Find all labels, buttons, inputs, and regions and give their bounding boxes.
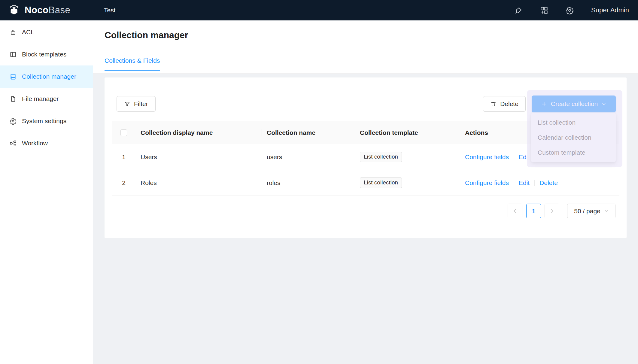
brand-light: Base	[49, 5, 71, 15]
ui-editor-highlighter-icon[interactable]	[515, 6, 523, 14]
cell-actions: Configure fields Edit Delete	[460, 179, 619, 187]
nocobase-logo-icon	[8, 4, 21, 17]
template-tag: List collection	[360, 177, 402, 188]
template-tag: List collection	[360, 152, 402, 162]
database-icon	[10, 73, 17, 80]
pagination-next-button[interactable]	[545, 204, 559, 218]
create-collection-dropdown: List collection Calendar collection Cust…	[531, 113, 616, 162]
column-header-display-name: Collection display name	[136, 129, 262, 136]
select-all-checkbox[interactable]	[120, 129, 127, 136]
configure-fields-link[interactable]: Configure fields	[465, 179, 509, 187]
page-size-value: 50 / page	[574, 208, 600, 215]
file-icon	[10, 96, 17, 102]
sidebar-item-label: Block templates	[22, 51, 66, 58]
sidebar-item-workflow[interactable]: Workflow	[0, 132, 93, 154]
delete-link[interactable]: Delete	[539, 179, 558, 187]
cell-display-name: Users	[136, 153, 262, 161]
sidebar: ACL Block templates Collection manager F…	[0, 20, 93, 364]
layout-icon	[10, 51, 17, 58]
page-size-select[interactable]: 50 / page	[567, 204, 615, 218]
sidebar-item-label: System settings	[22, 117, 66, 125]
delete-button[interactable]: Delete	[483, 96, 526, 112]
action-divider	[514, 154, 514, 160]
sidebar-item-label: ACL	[22, 29, 34, 36]
filter-funnel-icon	[124, 101, 130, 107]
column-header-collection-template: Collection template	[355, 129, 460, 136]
sidebar-item-system-settings[interactable]: System settings	[0, 110, 93, 132]
sidebar-item-collection-manager[interactable]: Collection manager	[0, 65, 93, 88]
workflow-icon	[10, 140, 17, 147]
configure-fields-link[interactable]: Configure fields	[465, 153, 509, 161]
row-index: 2	[112, 179, 136, 187]
gear-icon	[10, 118, 17, 125]
cell-collection-template: List collection	[355, 152, 460, 162]
create-collection-label: Create collection	[551, 100, 598, 108]
plugin-manager-icon[interactable]	[540, 6, 548, 14]
menu-item-custom-template[interactable]: Custom template	[531, 145, 616, 160]
top-navbar: NocoBase Test Super Admin	[0, 0, 638, 20]
edit-link[interactable]: Edit	[519, 153, 527, 161]
brand-bold: Noco	[25, 5, 49, 15]
header-checkbox-cell	[112, 129, 136, 136]
sidebar-item-label: Collection manager	[22, 73, 76, 80]
create-collection-button[interactable]: Create collection	[532, 96, 616, 112]
chevron-left-icon	[512, 208, 518, 214]
menu-item-calendar-collection[interactable]: Calendar collection	[531, 130, 616, 145]
column-header-collection-name: Collection name	[262, 129, 355, 136]
sidebar-item-label: Workflow	[22, 140, 48, 147]
user-menu[interactable]: Super Admin	[591, 6, 629, 14]
lock-icon	[10, 29, 17, 36]
filter-button[interactable]: Filter	[117, 96, 156, 112]
row-index: 1	[112, 153, 136, 161]
nav-right-group: Super Admin	[515, 6, 638, 14]
plus-icon	[541, 101, 547, 107]
cell-display-name: Roles	[136, 179, 262, 187]
chevron-right-icon	[549, 208, 554, 214]
nav-menu-item-test[interactable]: Test	[104, 7, 116, 14]
sidebar-item-label: File manager	[22, 95, 59, 102]
cell-collection-template: List collection	[355, 177, 460, 188]
chevron-down-icon	[604, 209, 609, 213]
filter-label: Filter	[134, 100, 148, 108]
action-divider	[534, 180, 535, 186]
collections-card: Filter Delete Create collection List col…	[105, 77, 627, 238]
chevron-down-icon	[601, 102, 606, 107]
page-title: Collection manager	[105, 30, 188, 40]
delete-label: Delete	[500, 100, 518, 108]
sidebar-item-file-manager[interactable]: File manager	[0, 88, 93, 110]
sidebar-item-acl[interactable]: ACL	[0, 21, 93, 43]
page-header: Collection manager Collections & Fields	[93, 20, 638, 74]
pagination-prev-button[interactable]	[508, 204, 522, 218]
cell-collection-name: roles	[262, 179, 355, 187]
settings-gear-icon[interactable]	[566, 6, 574, 14]
action-divider	[514, 180, 514, 186]
cell-collection-name: users	[262, 153, 355, 161]
edit-link[interactable]: Edit	[519, 179, 530, 187]
trash-icon	[490, 101, 497, 107]
menu-item-list-collection[interactable]: List collection	[531, 115, 616, 130]
brand[interactable]: NocoBase	[0, 4, 93, 17]
sidebar-item-block-templates[interactable]: Block templates	[0, 43, 93, 65]
brand-name: NocoBase	[25, 5, 70, 16]
table-row: 2 Roles roles List collection Configure …	[112, 170, 619, 196]
tab-collections-fields[interactable]: Collections & Fields	[105, 57, 160, 71]
main-content: Collection manager Collections & Fields …	[93, 20, 638, 364]
pagination-page-1[interactable]: 1	[526, 204, 541, 218]
